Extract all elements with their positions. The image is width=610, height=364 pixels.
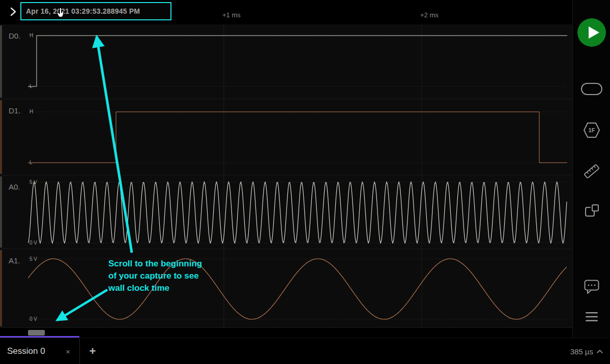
time-marker-1ms: +1 ms	[222, 11, 241, 19]
analyzers-icon[interactable]: 1F	[582, 121, 601, 139]
digital-waveform-d0[interactable]	[28, 24, 567, 101]
time-marker-2ms: +2 ms	[420, 11, 439, 19]
wall-clock-timestamp[interactable]: Apr 16, 2021 03:29:53.288945 PM	[20, 2, 171, 20]
channel-label-a0[interactable]: A0.	[9, 183, 20, 191]
capture-duration-label: 385 µs	[570, 347, 593, 356]
channel-label-d0[interactable]: D0.	[9, 32, 20, 40]
measurements-ruler-icon[interactable]	[583, 163, 600, 180]
chevron-right-icon	[8, 7, 17, 16]
feedback-chat-icon[interactable]	[584, 280, 599, 294]
analyzer-badge-text: 1F	[588, 127, 595, 133]
channel-row-d1: D1. H L	[0, 99, 572, 175]
top-toolbar: Apr 16, 2021 03:29:53.288945 PM +1 ms +2…	[0, 0, 572, 24]
session-tab-label: Session 0	[7, 346, 45, 356]
chevron-up-icon	[597, 350, 603, 353]
main-menu-icon[interactable]	[586, 312, 598, 322]
channel-color-strip	[0, 25, 2, 98]
timestamp-text: Apr 16, 2021 03:29:53.288945 PM	[26, 7, 140, 15]
bottom-bar: Session 0 × + 385 µs	[0, 338, 610, 364]
channel-row-a0: A0. 5 V 0 V	[0, 175, 572, 249]
channel-row-d0: D0. H L	[0, 24, 572, 99]
logic-analyzer-app: Apr 16, 2021 03:29:53.288945 PM +1 ms +2…	[0, 0, 610, 364]
session-tab[interactable]: Session 0 ×	[0, 338, 80, 364]
expand-panel-button[interactable]	[6, 5, 19, 18]
close-session-icon[interactable]: ×	[64, 346, 72, 357]
channel-row-a1: A1. 5 V 0 V	[0, 249, 572, 328]
right-sidebar: 1F	[572, 0, 610, 338]
channel-label-d1[interactable]: D1.	[9, 106, 20, 115]
start-capture-button[interactable]	[577, 18, 606, 47]
capture-duration-control[interactable]: 385 µs	[570, 338, 603, 364]
digital-waveform-d1[interactable]	[28, 99, 567, 177]
device-settings-icon[interactable]	[580, 81, 603, 97]
extensions-icon[interactable]	[584, 203, 600, 220]
channel-color-strip	[0, 250, 2, 326]
horizontal-scrollbar-track[interactable]	[0, 328, 572, 338]
channel-color-strip	[0, 176, 2, 248]
analog-waveform-a0[interactable]	[28, 175, 567, 251]
waveform-area: D0. H L D1. H L A0. 5 V 0 V A1. 5 V 0 V	[0, 24, 572, 328]
horizontal-scrollbar-thumb[interactable]	[28, 330, 45, 336]
channel-label-a1[interactable]: A1.	[9, 256, 20, 265]
channel-color-strip	[0, 100, 2, 174]
add-session-button[interactable]: +	[85, 338, 100, 364]
analog-waveform-a1[interactable]	[28, 249, 567, 330]
